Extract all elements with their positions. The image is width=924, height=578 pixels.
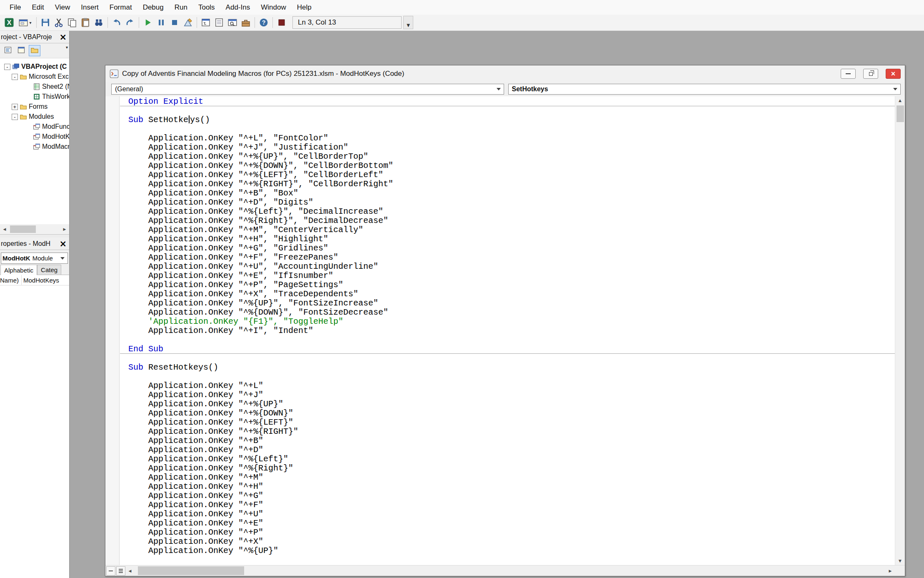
properties-tabs: AlphabeticCateg [0,265,69,275]
tree-item-forms[interactable]: +Forms [0,102,69,112]
toolbar-button-object-browser[interactable] [226,16,239,29]
toolbar-button-toolbox[interactable] [239,16,252,29]
menu-item-debug[interactable]: Debug [137,0,169,15]
text-cursor [189,115,190,123]
object-dropdown[interactable]: (General) [111,84,504,95]
procedure-dropdown[interactable]: SetHotkeys [508,84,901,95]
menu-item-file[interactable]: File [4,0,26,15]
code-token: Application.OnKey "^+X" [128,537,263,546]
toolbar-button-insert-userform[interactable]: ▾ [16,16,34,29]
scroll-left-icon[interactable]: ◀ [0,224,9,234]
code-token: Application.OnKey "^+P", "PageSettings" [128,280,343,290]
code-token: Application.OnKey "^+%{UP}" [128,399,283,409]
project-explorer-header[interactable]: roject - VBAProje × [0,31,69,43]
scroll-right-icon[interactable]: ▶ [886,565,895,576]
tree-item-sheet2-n[interactable]: Sheet2 (N [0,82,69,92]
code-token: Application.OnKey "^+L" [128,381,263,390]
toolbar-button-cut[interactable] [52,16,65,29]
menu-item-format[interactable]: Format [104,0,137,15]
toolbar-button-addin[interactable] [275,16,288,29]
procedure-view-button[interactable] [106,566,115,575]
collapse-icon[interactable]: - [4,64,10,70]
scrollbar-thumb[interactable] [10,225,36,233]
toolbar-button-design-mode[interactable] [181,16,195,29]
project-tree-hscrollbar[interactable]: ◀ ▶ [0,224,69,234]
code-window-titlebar[interactable]: Copy of Adventis Financial Modeling Macr… [105,65,905,82]
scroll-right-icon[interactable]: ▶ [60,224,69,234]
tree-item-label: Modules [29,113,54,120]
code-line: Application.OnKey "^+I", "Indent" [120,326,895,335]
tab-alphabetic[interactable]: Alphabetic [0,265,37,275]
menu-item-tools[interactable]: Tools [193,0,220,15]
toolbar-button-redo[interactable] [123,16,137,29]
menu-item-window[interactable]: Window [255,0,291,15]
collapse-icon[interactable]: - [12,74,18,80]
menu-item-help[interactable]: Help [292,0,317,15]
project-toolbar-button-toggle-folders[interactable] [29,45,40,56]
scrollbar-thumb[interactable] [897,105,904,122]
property-value-cell[interactable]: ModHotKeys [22,275,69,285]
code-line: Application.OnKey "^+B", "Box" [120,189,895,198]
scroll-up-icon[interactable]: ▲ [895,96,905,105]
scrollbar-thumb[interactable] [138,566,244,575]
project-tree-list[interactable]: -VBAProject (C-Microsoft ExcSheet2 (NThi… [0,58,69,224]
object-selector-dropdown[interactable]: ModHotK Module [1,253,68,264]
code-token: Application.OnKey "^%{Left}" [128,454,288,464]
code-token: Application.OnKey "^+M" [128,473,263,482]
code-token: Option Explicit [128,97,203,106]
code-token: SetHotke [143,115,188,125]
close-icon[interactable]: × [58,33,67,41]
toolbar-button-undo[interactable] [110,16,123,29]
tree-item-modfunc[interactable]: ModFunc [0,122,69,132]
scroll-down-icon[interactable]: ▼ [895,557,905,565]
minimize-button[interactable] [841,69,856,79]
close-button[interactable]: × [886,69,901,79]
expand-icon[interactable]: + [12,104,18,110]
code-token: Sub [128,363,143,372]
copy-icon [67,18,77,28]
toolbar-button-reset[interactable] [168,16,181,29]
scroll-left-icon[interactable]: ◀ [125,565,135,576]
tree-item-modhotk[interactable]: ModHotK [0,132,69,142]
toolbar-button-run[interactable] [141,16,155,29]
menu-item-view[interactable]: View [50,0,76,15]
project-toolbar-button-view-code[interactable] [2,45,14,56]
tab-categ[interactable]: Categ [37,265,61,275]
toolbar-button-paste[interactable] [79,16,92,29]
toolbar-button-copy[interactable] [65,16,79,29]
toolbar-overflow-button[interactable]: ▼ [403,16,413,29]
tree-item-modmacr[interactable]: ModMacr [0,142,69,152]
menu-item-edit[interactable]: Edit [26,0,49,15]
menu-item-add-ins[interactable]: Add-Ins [220,0,256,15]
toolbar-button-break[interactable] [155,16,168,29]
menu-item-run[interactable]: Run [169,0,193,15]
properties-header[interactable]: roperties - ModH × [0,238,69,250]
tree-item-thiswork[interactable]: ThisWork [0,92,69,102]
toolbar-button-find[interactable] [92,16,105,29]
code-token: Application.OnKey "^+F", "FreezePanes" [128,253,338,262]
tree-item-modules[interactable]: -Modules [0,112,69,122]
panel-overflow-icon[interactable]: ▾ [66,45,68,50]
menu-item-insert[interactable]: Insert [75,0,104,15]
tree-item-label: ModMacr [42,143,69,150]
toolbar-button-properties-window[interactable] [212,16,226,29]
tree-indent-spacer [25,134,31,140]
code-editor[interactable]: Option ExplicitSub SetHotkeys() Applicat… [120,96,895,565]
restore-button[interactable] [863,69,878,79]
collapse-icon[interactable]: - [12,114,18,120]
code-line: Sub SetHotkeys() [120,115,895,125]
code-hscrollbar[interactable] [135,565,886,576]
toolbox-icon [241,18,251,28]
toolbar-button-project-explorer[interactable] [199,16,212,29]
tree-item-vbaproject-c[interactable]: -VBAProject (C [0,62,69,72]
tree-item-microsoft-exc[interactable]: -Microsoft Exc [0,72,69,82]
code-vscrollbar[interactable]: ▲ ▼ [895,96,905,565]
toolbar-button-save[interactable] [39,16,52,29]
module-icon [33,143,40,150]
project-toolbar-button-view-object[interactable] [15,45,27,56]
property-row[interactable]: Name) ModHotKeys [0,275,69,285]
toolbar-button-view-excel[interactable]: X [2,16,16,29]
toolbar-button-help[interactable]: ? [257,16,270,29]
full-module-view-button[interactable] [116,566,125,575]
close-icon[interactable]: × [58,240,67,248]
